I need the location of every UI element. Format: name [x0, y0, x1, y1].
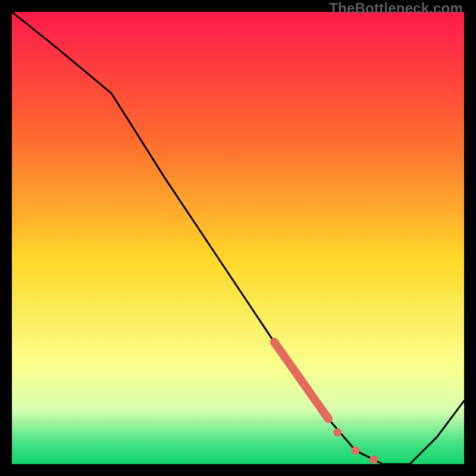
plot-area: [12, 12, 464, 464]
data-dot: [333, 428, 342, 437]
chart-svg: [12, 12, 464, 464]
data-dot: [352, 446, 360, 455]
data-dot: [369, 455, 378, 464]
gradient-background: [12, 12, 464, 464]
chart-frame: TheBottleneck.com: [0, 0, 476, 476]
